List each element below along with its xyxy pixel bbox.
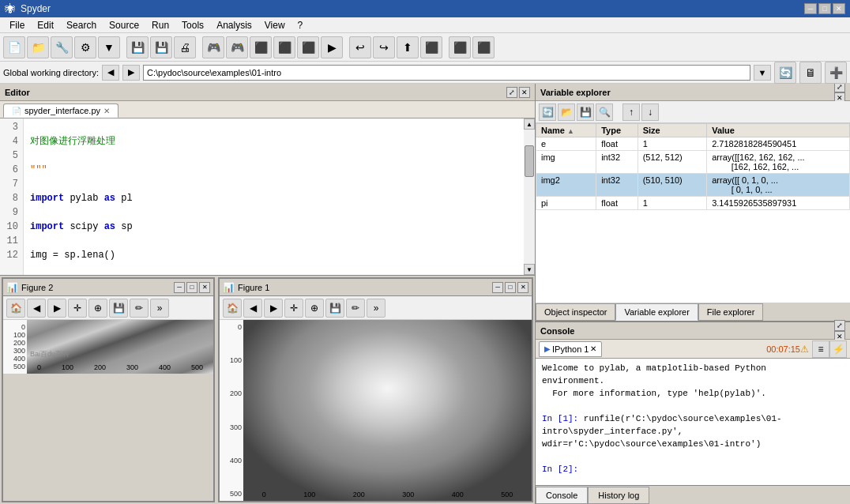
- varexp-arr-up[interactable]: ↑: [622, 103, 640, 121]
- fig2-pan[interactable]: ✛: [68, 299, 87, 318]
- editor-close[interactable]: ✕: [519, 87, 530, 98]
- console-tab-close[interactable]: ✕: [590, 344, 596, 353]
- fig1-more[interactable]: »: [367, 299, 386, 318]
- workdir-refresh[interactable]: 🔄: [774, 62, 796, 84]
- menu-run[interactable]: Run: [145, 18, 175, 32]
- fig2-forward[interactable]: ▶: [47, 299, 66, 318]
- console-undock[interactable]: ⤢: [834, 320, 845, 331]
- tb-debug3[interactable]: ⬛: [250, 36, 272, 58]
- tb-save2[interactable]: 💾: [150, 36, 172, 58]
- tb-save[interactable]: 💾: [126, 36, 149, 58]
- menu-help[interactable]: ?: [291, 18, 310, 32]
- workdir-forward[interactable]: ▶: [122, 65, 140, 81]
- varexp-refresh[interactable]: 🔄: [539, 103, 556, 121]
- fig2-close[interactable]: ✕: [199, 282, 210, 293]
- tb-debug1[interactable]: 🎮: [202, 36, 224, 58]
- tb-settings[interactable]: 🔧: [51, 36, 73, 58]
- tb-debug5[interactable]: ⬛: [297, 36, 319, 58]
- console-options[interactable]: ≡: [812, 340, 829, 358]
- tb-step3[interactable]: ⬆: [397, 36, 419, 58]
- console-interrupt[interactable]: ⚡: [829, 340, 847, 358]
- fig2-maximize[interactable]: □: [186, 282, 197, 293]
- tab-close-btn[interactable]: ✕: [103, 107, 110, 115]
- fig2-more[interactable]: »: [150, 299, 169, 318]
- varexp-export[interactable]: 💾: [577, 103, 594, 121]
- fig1-close[interactable]: ✕: [517, 282, 528, 293]
- var-row-img[interactable]: img int32 (512, 512) array([[162, 162, 1…: [536, 151, 850, 174]
- menu-edit[interactable]: Edit: [31, 18, 60, 32]
- fig1-back[interactable]: ◀: [243, 299, 262, 318]
- maximize-button[interactable]: □: [818, 3, 831, 14]
- tab-object-inspector[interactable]: Object inspector: [536, 303, 615, 321]
- fig1-forward[interactable]: ▶: [264, 299, 283, 318]
- fig1-home[interactable]: 🏠: [223, 299, 242, 318]
- menu-file[interactable]: File: [3, 18, 31, 32]
- fig2-minimize[interactable]: ─: [174, 282, 185, 293]
- console-content[interactable]: Welcome to pylab, a matplotlib-based Pyt…: [536, 359, 850, 485]
- fig1-pan[interactable]: ✛: [284, 299, 303, 318]
- menu-view[interactable]: View: [258, 18, 291, 32]
- console-tab-row: ▶ IPython 1 ✕ 00:07:15 ⚠ ≡ ⚡: [536, 340, 850, 359]
- tb-stop[interactable]: ⬛: [420, 36, 442, 58]
- figure1-toolbar: 🏠 ◀ ▶ ✛ ⊕ 💾 ✏ »: [220, 296, 532, 320]
- workdir-console[interactable]: 🖥: [799, 62, 822, 84]
- code-area[interactable]: 对图像进行浮雕处理 """ import pylab as pl import …: [24, 118, 524, 275]
- col-type[interactable]: Type: [596, 124, 638, 137]
- console-bot-tab-history[interactable]: History log: [588, 487, 649, 504]
- fig1-edit[interactable]: ✏: [346, 299, 365, 318]
- line-num-3: 3: [5, 120, 18, 134]
- varexp-import[interactable]: 📂: [558, 103, 575, 121]
- col-size[interactable]: Size: [638, 124, 707, 137]
- varexp-arr-down[interactable]: ↓: [641, 103, 659, 121]
- console-tab-ipython1[interactable]: ▶ IPython 1 ✕: [539, 341, 602, 357]
- workdir-path[interactable]: [143, 65, 750, 81]
- close-button[interactable]: ✕: [833, 3, 845, 14]
- workdir-extra[interactable]: ➕: [825, 62, 847, 84]
- fig2-home[interactable]: 🏠: [6, 299, 25, 318]
- fig1-maximize[interactable]: □: [505, 282, 516, 293]
- workdir-browse[interactable]: ▼: [754, 65, 771, 81]
- var-row-pi[interactable]: pi float 1 3.1415926535897931: [536, 197, 850, 210]
- vscroll-thumb[interactable]: [525, 145, 534, 177]
- minimize-button[interactable]: ─: [804, 3, 817, 14]
- fig2-zoom[interactable]: ⊕: [88, 299, 107, 318]
- col-value[interactable]: Value: [707, 124, 850, 137]
- tb-debug2[interactable]: 🎮: [226, 36, 248, 58]
- fig1-zoom[interactable]: ⊕: [305, 299, 324, 318]
- tb-preferences[interactable]: ⚙: [74, 36, 96, 58]
- fig1-minimize[interactable]: ─: [492, 282, 503, 293]
- console-bot-tab-console[interactable]: Console: [536, 487, 588, 504]
- var-row-img2[interactable]: img2 int32 (510, 510) array([[ 0, 1, 0, …: [536, 174, 850, 197]
- tab-variable-explorer[interactable]: Variable explorer: [615, 303, 698, 321]
- editor-tab-active[interactable]: 📄 spyder_interface.py ✕: [3, 103, 118, 118]
- tab-file-explorer[interactable]: File explorer: [698, 303, 764, 321]
- menu-tools[interactable]: Tools: [175, 18, 210, 32]
- tb-action1[interactable]: ⬛: [449, 36, 471, 58]
- tb-new-file[interactable]: 📄: [3, 36, 25, 58]
- col-name[interactable]: Name ▲: [536, 124, 596, 137]
- varexp-undock[interactable]: ⤢: [834, 84, 845, 92]
- fig2-save[interactable]: 💾: [109, 299, 128, 318]
- fig1-save[interactable]: 💾: [325, 299, 344, 318]
- tb-step1[interactable]: ↩: [349, 36, 371, 58]
- tb-run[interactable]: ▶: [321, 36, 343, 58]
- menu-analysis[interactable]: Analysis: [210, 18, 258, 32]
- tb-action2[interactable]: ⬛: [472, 36, 495, 58]
- menu-source[interactable]: Source: [103, 18, 145, 32]
- varexp-exclude[interactable]: 🔍: [596, 103, 613, 121]
- tb-print[interactable]: 🖨: [174, 36, 196, 58]
- menu-search[interactable]: Search: [60, 18, 103, 32]
- fig2-back[interactable]: ◀: [27, 299, 46, 318]
- tb-arrow[interactable]: ▼: [98, 36, 120, 58]
- editor-undock[interactable]: ⤢: [506, 87, 517, 98]
- tb-open-file[interactable]: 📁: [27, 36, 49, 58]
- tb-debug4[interactable]: ⬛: [273, 36, 295, 58]
- vscroll-up[interactable]: ▲: [524, 118, 535, 130]
- workdir-back[interactable]: ◀: [102, 65, 119, 81]
- vscroll-down[interactable]: ▼: [524, 264, 535, 275]
- tb-step2[interactable]: ↪: [373, 36, 395, 58]
- var-name-pi: pi: [536, 197, 596, 210]
- fig2-edit[interactable]: ✏: [130, 299, 149, 318]
- var-row-e[interactable]: e float 1 2.7182818284590451: [536, 137, 850, 151]
- editor-vscroll[interactable]: ▲ ▼: [524, 118, 535, 275]
